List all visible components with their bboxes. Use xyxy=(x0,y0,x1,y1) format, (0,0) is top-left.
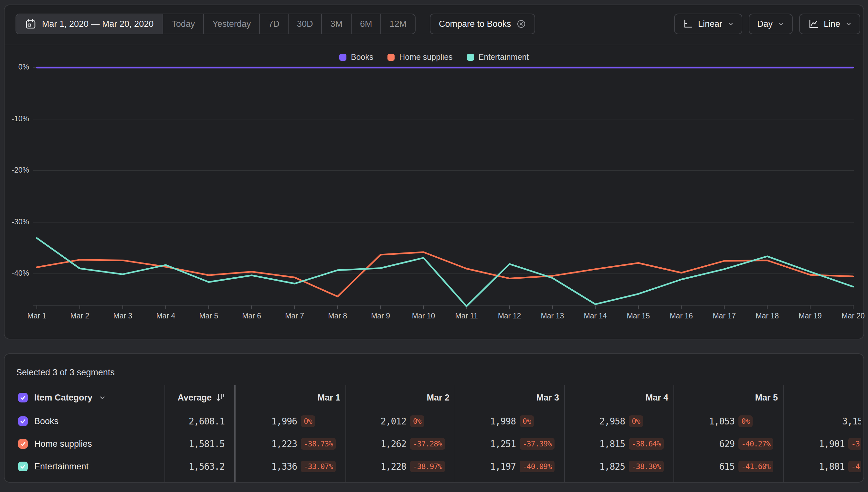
day-cell: 1,251-37.39% xyxy=(455,433,564,455)
day-value: 2,012 xyxy=(381,416,406,427)
average-cell: 1,581.5 xyxy=(164,433,234,455)
x-axis-label: Mar 11 xyxy=(444,312,489,320)
x-axis-label: Mar 6 xyxy=(229,312,274,320)
segments-table: Item CategoryAverageMar 1Mar 2Mar 3Mar 4… xyxy=(4,385,861,483)
average-value: 1,563.2 xyxy=(189,461,225,472)
category-checkbox[interactable] xyxy=(18,462,28,471)
x-axis-label: Mar 10 xyxy=(401,312,446,320)
table-spacer-row xyxy=(4,478,861,482)
day-cell: 2,9580% xyxy=(564,410,673,433)
x-axis-label: Mar 1 xyxy=(14,312,59,320)
category-label: Home supplies xyxy=(34,439,92,449)
day-value: 1,815 xyxy=(599,439,625,449)
x-axis-label: Mar 12 xyxy=(487,312,532,320)
percent-change-badge: 0% xyxy=(629,415,643,427)
x-axis-label: Mar 20 xyxy=(831,312,868,320)
column-header-day: Mar 2 xyxy=(346,385,455,410)
percent-change-badge: -38.64% xyxy=(629,438,664,450)
x-axis-label: Mar 16 xyxy=(659,312,704,320)
series-line xyxy=(37,252,853,296)
spacer-cell xyxy=(346,478,455,482)
x-axis-label: Mar 9 xyxy=(358,312,403,320)
spacer-cell xyxy=(164,478,234,482)
day-cell: 1,197-40.09% xyxy=(455,455,564,478)
y-axis-label: -40% xyxy=(4,269,29,278)
day-cell: 615-41.60% xyxy=(673,455,783,478)
y-axis-label: -30% xyxy=(4,218,29,226)
spacer-cell xyxy=(4,478,164,482)
percent-change-badge: -4 xyxy=(848,461,861,472)
day-cell: 1,815-38.64% xyxy=(564,433,673,455)
average-header-label[interactable]: Average xyxy=(177,393,212,403)
day-value: 2,958 xyxy=(599,416,625,427)
day-value: 1,998 xyxy=(490,416,516,427)
x-axis-label: Mar 13 xyxy=(530,312,575,320)
day-value: 1,825 xyxy=(599,461,625,472)
day-value: 1,996 xyxy=(272,416,297,427)
x-axis-label: Mar 8 xyxy=(315,312,360,320)
x-axis-label: Mar 2 xyxy=(57,312,102,320)
table-row-entertainment: Entertainment1,563.21,336-33.07%1,228-38… xyxy=(4,455,861,478)
average-cell: 1,563.2 xyxy=(164,455,234,478)
column-header-clipped xyxy=(783,385,861,410)
day-header-label: Mar 1 xyxy=(317,393,340,403)
percent-change-badge: -41.60% xyxy=(738,461,773,472)
category-header-label[interactable]: Item Category xyxy=(34,393,93,403)
day-value: 3,15 xyxy=(842,416,861,427)
day-value: 1,223 xyxy=(272,439,297,449)
segments-table-panel: Selected 3 of 3 segments Item CategoryAv… xyxy=(4,353,864,483)
category-checkbox[interactable] xyxy=(18,439,28,449)
day-value: 1,336 xyxy=(272,461,297,472)
x-axis-label: Mar 19 xyxy=(788,312,833,320)
column-header-day: Mar 3 xyxy=(455,385,564,410)
x-axis-label: Mar 18 xyxy=(744,312,790,320)
day-cell: 1,262-37.28% xyxy=(346,433,455,455)
y-axis-label: -10% xyxy=(4,115,29,123)
day-cell: 1,228-38.97% xyxy=(346,455,455,478)
percent-change-badge: 0% xyxy=(520,415,534,427)
day-value: 1,053 xyxy=(709,416,735,427)
category-checkbox[interactable] xyxy=(18,416,28,426)
day-value: 1,251 xyxy=(490,439,516,449)
table-header-row: Item CategoryAverageMar 1Mar 2Mar 3Mar 4… xyxy=(4,385,861,410)
x-axis-label: Mar 15 xyxy=(616,312,661,320)
x-axis-label: Mar 3 xyxy=(100,312,146,320)
x-axis-label: Mar 7 xyxy=(272,312,317,320)
day-header-label: Mar 2 xyxy=(427,393,450,403)
chart-panel: Mar 1, 2020 — Mar 20, 2020 TodayYesterda… xyxy=(4,4,864,339)
sort-descending-icon[interactable] xyxy=(215,393,225,402)
selected-segments-text: Selected 3 of 3 segments xyxy=(16,368,115,377)
y-axis-label: 0% xyxy=(4,63,29,71)
average-value: 1,581.5 xyxy=(189,439,225,449)
column-header-day: Mar 5 xyxy=(673,385,783,410)
percent-change-badge: -3 xyxy=(848,438,861,450)
column-header-average: Average xyxy=(164,385,234,410)
day-cell-clipped: 1,901-3 xyxy=(783,433,861,455)
percent-change-badge: -40.27% xyxy=(738,438,773,450)
spacer-cell xyxy=(783,478,861,482)
percent-change-badge: -37.39% xyxy=(520,438,555,450)
category-cell: Books xyxy=(4,410,164,433)
percent-change-badge: -38.73% xyxy=(301,438,336,450)
category-checkbox[interactable] xyxy=(18,393,28,402)
day-cell: 2,0120% xyxy=(346,410,455,433)
day-cell: 1,825-38.30% xyxy=(564,455,673,478)
x-axis-label: Mar 4 xyxy=(143,312,188,320)
day-value: 1,197 xyxy=(490,461,516,472)
day-cell-clipped: 3,15 xyxy=(783,410,861,433)
percent-change-badge: 0% xyxy=(738,415,752,427)
day-cell: 1,9960% xyxy=(234,410,346,433)
percent-change-badge: -33.07% xyxy=(301,461,336,472)
table-row-books: Books2,608.11,9960%2,0120%1,9980%2,9580%… xyxy=(4,410,861,433)
percent-change-badge: -38.30% xyxy=(629,461,664,472)
spacer-cell xyxy=(673,478,783,482)
average-cell: 2,608.1 xyxy=(164,410,234,433)
series-line xyxy=(37,238,853,306)
day-cell: 1,9980% xyxy=(455,410,564,433)
percent-change-badge: 0% xyxy=(301,415,315,427)
day-cell: 1,0530% xyxy=(673,410,783,433)
percent-change-badge: -37.28% xyxy=(410,438,445,450)
category-label: Books xyxy=(34,416,58,426)
chevron-down-icon[interactable] xyxy=(99,394,106,401)
day-cell: 1,336-33.07% xyxy=(234,455,346,478)
